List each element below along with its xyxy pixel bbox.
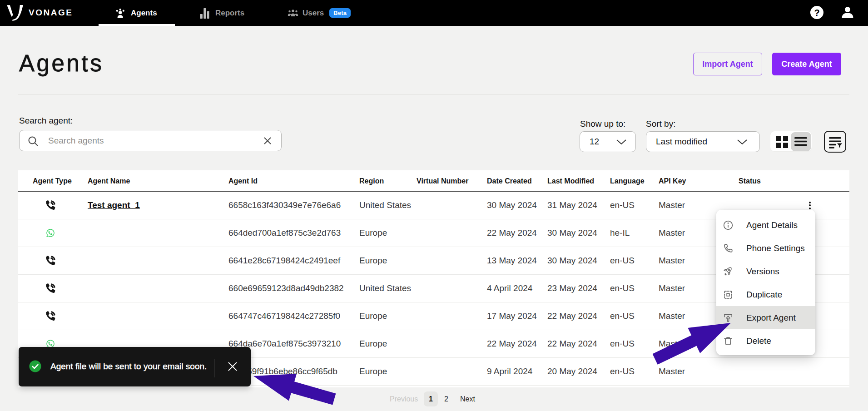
svg-text:?: ? xyxy=(814,8,819,18)
